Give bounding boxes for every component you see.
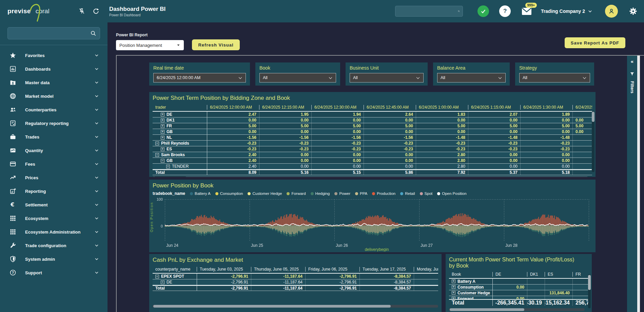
expand-icon[interactable]: + (452, 279, 455, 283)
cash-pnl-hscrollbar[interactable] (153, 305, 438, 308)
table-row[interactable]: +DK10.000.000.000.000.000.000.000.00 (153, 117, 592, 123)
legend-item-consumption[interactable]: Consumption (215, 191, 243, 196)
notifications-button[interactable]: 999+ (516, 7, 538, 16)
sidebar-item-support[interactable]: ?Support (0, 266, 108, 279)
report-select[interactable]: Position Management (116, 40, 184, 50)
expand-icon[interactable]: + (161, 280, 164, 284)
column-header[interactable]: ES (545, 272, 572, 277)
table-row[interactable]: Total-2,796.91-11,187.64-2,796.91-8,384.… (153, 285, 438, 291)
table-row[interactable]: −GB2.400.000.000.002.800.000.00 (153, 158, 592, 164)
user-menu-button[interactable] (601, 5, 622, 18)
table-row[interactable]: +ES-0.23-0.23-0.23-0.23-0.23-0.23-0.23 (153, 146, 592, 152)
slicer-book-dropdown[interactable]: All (259, 73, 336, 82)
column-header[interactable]: 6/24/2025 1:30:00 AM (520, 105, 572, 110)
expand-icon[interactable]: + (161, 147, 164, 151)
legend-item-ppa[interactable]: PPA (355, 191, 367, 196)
collapse-icon[interactable]: − (155, 142, 159, 145)
column-header[interactable]: Monday, June (414, 267, 438, 272)
column-header[interactable]: DK1 (527, 272, 545, 277)
sidebar-item-settlement[interactable]: €Settlement (0, 198, 108, 212)
column-header[interactable]: Tuesday, June 17, 2025 (359, 267, 414, 272)
column-header[interactable]: 6/24/2025 12:45:00 AM (364, 105, 416, 110)
column-header[interactable]: FR (572, 272, 588, 277)
legend-item-production[interactable]: Production (372, 191, 395, 196)
topbar-search-input[interactable] (398, 9, 458, 14)
column-header[interactable]: 6/24/2025 1:15:00 AM (468, 105, 520, 110)
position-chart-canvas[interactable] (153, 197, 591, 252)
legend-item-power[interactable]: Power (334, 191, 350, 196)
column-header[interactable]: 6/24/2025 12:00:00 AM (207, 105, 259, 110)
expand-icon[interactable]: + (161, 130, 164, 134)
position-matrix-vscrollbar[interactable] (592, 111, 594, 172)
expand-icon[interactable]: + (161, 113, 164, 116)
table-row[interactable]: +Consumption0.00 (449, 285, 588, 290)
table-row[interactable]: +TENDER2.400.000.000.002.800.000.00 (153, 164, 592, 169)
legend-item-retail[interactable]: Retail (400, 191, 415, 196)
unpin-sidebar-icon[interactable] (78, 7, 86, 15)
sidebar-item-ecosystem[interactable]: Ecosystem (0, 212, 108, 225)
slicer-business-unit-dropdown[interactable]: All (350, 73, 424, 82)
refresh-icon[interactable] (92, 7, 100, 15)
table-row[interactable]: Total-266,345.41-30.19-15,162.34256,7 (449, 299, 588, 306)
save-pdf-button[interactable]: Save Report As PDF (565, 37, 625, 48)
column-header[interactable]: 6/24/2025 12:15:00 AM (259, 105, 311, 110)
expand-icon[interactable]: + (161, 118, 164, 122)
slicer-balance-area-dropdown[interactable]: All (437, 73, 506, 82)
legend-item-customer-hedge[interactable]: Customer Hedge (248, 191, 282, 196)
slicer-realtime-date-dropdown[interactable]: 6/24/2025 12:00:00 AM (153, 73, 246, 82)
table-row[interactable]: −Phill Reynolds-0.23-0.23-0.23-0.23-0.23… (153, 141, 592, 146)
column-header[interactable]: 6/24/2025 1:00:00 AM (416, 105, 468, 110)
sidebar-item-quantity[interactable]: Quantity (0, 144, 108, 157)
column-header[interactable]: DE (492, 272, 527, 277)
sidebar-item-trade-configuration[interactable]: Trade configuration (0, 239, 108, 252)
help-button[interactable]: ? (494, 5, 516, 17)
legend-item-hedging[interactable]: Hedging (311, 191, 330, 196)
column-header[interactable]: 6/24/2025 1:45:00 AM (572, 105, 592, 110)
sidebar-item-master-data[interactable]: Master data (0, 76, 108, 89)
column-header[interactable]: Book (449, 272, 492, 277)
table-row[interactable]: Total8.095.165.155.867.925.375.18 (153, 169, 592, 175)
settings-button[interactable] (622, 7, 644, 15)
sidebar-item-favorites[interactable]: Favorites (0, 49, 108, 62)
legend-item-open-position[interactable]: Open Position (437, 191, 466, 196)
table-row[interactable]: +GB0.000.000.000.000.000.000.000.00 (153, 129, 592, 135)
expand-icon[interactable]: + (166, 165, 170, 168)
refresh-visual-button[interactable]: Refresh Visual (192, 39, 239, 50)
sidebar-item-prices[interactable]: Prices (0, 171, 108, 184)
sidebar-item-ecosystem-administration[interactable]: Ecosystem Administration (0, 225, 108, 239)
column-header[interactable]: counterparty_name (153, 267, 197, 272)
table-row[interactable]: −Sam Brooks2.400.000.000.002.800.000.00 (153, 152, 592, 158)
company-selector[interactable]: Trading Company 2 (541, 8, 592, 14)
table-row[interactable]: +NL-1.56-1.56-1.56-1.56-1.48-1.48-1.48 (153, 135, 592, 141)
table-row[interactable]: +Customer Hedge131,846.40 (449, 290, 588, 296)
expand-icon[interactable]: + (161, 136, 164, 140)
sidebar-item-trades[interactable]: Trades (0, 130, 108, 144)
expand-icon[interactable]: + (452, 291, 455, 295)
table-row[interactable]: +DE-2,796.91-11,187.64-2,796.91-8,384.57 (153, 279, 438, 285)
system-status-button[interactable] (472, 5, 494, 17)
slicer-strategy-dropdown[interactable]: All (519, 73, 590, 82)
table-row[interactable]: +FR5.005.005.005.005.005.005.005.00 (153, 123, 592, 129)
legend-item-battery-a[interactable]: Battery A (190, 191, 211, 196)
search-icon[interactable] (90, 30, 96, 36)
collapse-icon[interactable]: − (161, 159, 164, 163)
book-value-vscrollbar[interactable] (588, 274, 591, 308)
legend-item-spot[interactable]: Spot (420, 191, 433, 196)
sidebar-search-input[interactable] (11, 31, 90, 36)
search-icon[interactable] (458, 8, 460, 14)
table-row[interactable]: +Battery A (449, 279, 588, 285)
column-header[interactable]: Thursday, June 05, 2025 (251, 267, 305, 272)
expand-filters-icon[interactable]: « (631, 58, 633, 64)
table-row[interactable]: +Forward0.00 (449, 296, 588, 299)
sidebar-item-regulatory-reporting[interactable]: Regulatory reporting (0, 116, 108, 130)
sidebar-item-reporting[interactable]: Reporting (0, 184, 108, 198)
table-row[interactable]: −EPEX SPOT-2,796.91-11,187.64-2,796.91-8… (153, 274, 438, 279)
sidebar-item-dashboards[interactable]: Dashboards (0, 62, 108, 76)
collapse-icon[interactable]: − (155, 153, 159, 157)
sidebar-item-counterparties[interactable]: Counterparties (0, 103, 108, 116)
column-header[interactable]: trader (153, 105, 207, 110)
sidebar-item-system-admin[interactable]: System admin (0, 252, 108, 266)
column-header[interactable]: 6/24/2025 12:30:00 AM (311, 105, 364, 110)
expand-icon[interactable]: + (452, 297, 455, 299)
expand-icon[interactable]: + (161, 124, 164, 128)
